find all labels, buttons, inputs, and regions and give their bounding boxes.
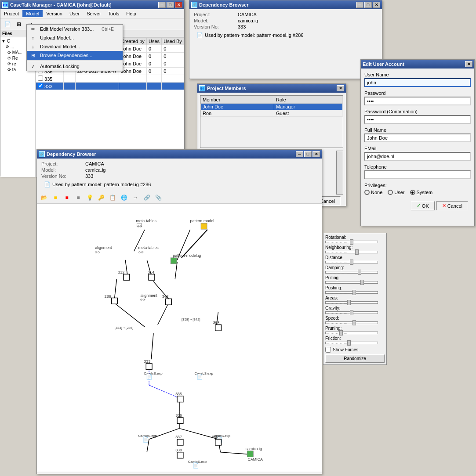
project-members-title: Project Members (207, 86, 246, 91)
gravity-label: Gravity: (325, 306, 385, 310)
graph-area[interactable]: pattern-model meta-tables ⟳⟳ alignment ⟳… (37, 204, 322, 472)
svg-rect-21 (201, 223, 207, 229)
dep-browser-1-icon: 🔗 (191, 2, 197, 8)
close-button[interactable]: ✕ (175, 2, 182, 8)
close-button[interactable]: ✕ (465, 61, 472, 67)
close-button[interactable]: ✕ (373, 2, 380, 8)
download-icon: ↓ (29, 43, 36, 50)
dep-browser-2-controls: ─ □ ✕ (296, 151, 320, 157)
upload-model-item[interactable]: ↑ Upload Model... (27, 33, 123, 42)
project-label: Project: (41, 161, 76, 166)
main-window-controls: ─ □ ✕ (158, 2, 182, 8)
pulling-slider[interactable]: ················· (325, 281, 378, 284)
project-label: Project: (194, 12, 229, 17)
areas-slider[interactable]: ················· (325, 301, 378, 304)
model-value: camica.ig (238, 18, 258, 23)
open-btn[interactable]: 📂 (39, 193, 49, 202)
ok-button[interactable]: ✓ OK (411, 201, 435, 210)
menu-tools[interactable]: Tools (105, 10, 123, 17)
menu-help[interactable]: Help (123, 10, 140, 17)
none-radio[interactable] (364, 190, 370, 195)
system-radio[interactable] (410, 190, 415, 195)
download-model-item[interactable]: ↓ Download Model... (27, 42, 123, 51)
svg-line-3 (125, 260, 127, 275)
none-option[interactable]: None (364, 190, 382, 195)
user-radio[interactable] (388, 190, 393, 195)
minimize-button[interactable]: ─ (158, 2, 166, 8)
version-label: Version No: (194, 24, 229, 29)
used-by: 📄 Used by pattern-model: pattern-model.i… (194, 30, 378, 40)
globe-btn[interactable]: 🌐 (119, 193, 129, 202)
minimize-button[interactable]: ─ (356, 2, 363, 8)
edit-model-label: Edit Model Version 333... (40, 26, 94, 32)
neighbouring-slider[interactable]: ················· (325, 251, 378, 253)
svg-rect-48 (146, 364, 152, 370)
show-forces-checkbox[interactable] (325, 347, 331, 353)
model-label: Model: (41, 167, 76, 173)
close-button[interactable]: ✕ (312, 151, 320, 157)
password-input[interactable] (364, 97, 471, 105)
fullname-input[interactable] (364, 133, 471, 142)
email-input[interactable] (364, 152, 471, 161)
rotational-slider[interactable]: ················· (325, 241, 378, 243)
randomize-button[interactable]: Randomize (325, 354, 385, 363)
password-confirm-input[interactable] (364, 115, 471, 124)
gravity-slider[interactable]: ················· (325, 311, 378, 314)
svg-rect-54 (177, 396, 183, 402)
svg-text:286: 286 (105, 294, 111, 299)
maximize-button[interactable]: □ (364, 2, 372, 8)
speed-row: Speed: ················· (325, 316, 385, 324)
edit-model-item[interactable]: ✏ Edit Model Version 333... Ctrl+E (27, 25, 123, 33)
menu-model[interactable]: Model (22, 10, 43, 17)
friction-slider[interactable]: ················· (325, 342, 378, 344)
menu-project[interactable]: Project (0, 10, 22, 17)
close-button[interactable]: ✕ (337, 85, 344, 91)
user-option[interactable]: User (388, 190, 404, 195)
damping-slider[interactable]: ················· (325, 271, 378, 274)
telephone-label: Telephone (364, 164, 471, 169)
model-label: Model: (194, 18, 229, 23)
rotational-label: Rotational: (325, 235, 385, 240)
friction-row: Friction: ················· (325, 336, 385, 344)
arrow-right-btn[interactable]: → (130, 193, 141, 202)
username-input[interactable] (364, 78, 471, 87)
copy-btn[interactable]: 📋 (107, 193, 118, 202)
table-row[interactable]: 335 (36, 75, 184, 83)
yellow-btn[interactable]: ■ (50, 193, 61, 202)
pruning-slider[interactable]: ················· (325, 332, 378, 334)
distance-slider[interactable]: ················· (325, 261, 378, 263)
maximize-button[interactable]: □ (304, 151, 312, 157)
menu-user[interactable]: User (66, 10, 83, 17)
browse-dep-item[interactable]: ⊞ Browse Dependencies... (27, 51, 123, 60)
svg-text:pattern-model: pattern-model (190, 219, 214, 223)
gray-btn[interactable]: ■ (73, 193, 84, 202)
auto-lock-item[interactable]: ✓ Automatic Locking (27, 62, 123, 71)
svg-line-13 (149, 385, 179, 398)
new-button[interactable]: 📄 (2, 19, 13, 29)
key-btn[interactable]: 🔑 (96, 193, 106, 202)
link-btn[interactable]: 🔗 (142, 193, 152, 202)
red-btn[interactable]: ■ (62, 193, 72, 202)
browse-dep-label: Browse Dependencies... (40, 53, 92, 58)
svg-text:[333]→[286]: [333]→[286] (114, 326, 133, 330)
minimize-button[interactable]: ─ (296, 151, 303, 157)
members-table-wrap: Member Role John DoeManager RonGuest (200, 95, 343, 148)
table-row[interactable]: John DoeManager (201, 104, 343, 110)
svg-text:meta-tables: meta-tables (136, 219, 157, 223)
telephone-input[interactable] (364, 170, 471, 179)
table-row[interactable]: 333 (36, 83, 184, 90)
light-btn[interactable]: 💡 (84, 193, 95, 202)
cancel-button[interactable]: ✕ Cancel (436, 201, 468, 210)
speed-slider[interactable]: ················· (325, 321, 378, 324)
main-menubar: Project Model Version User Server Tools … (0, 9, 184, 18)
grid-button[interactable]: ⊞ (14, 19, 24, 29)
menu-server[interactable]: Server (83, 10, 104, 17)
paperclip-btn[interactable]: 📎 (153, 193, 164, 202)
menu-version[interactable]: Version (43, 10, 66, 17)
system-option[interactable]: System (410, 190, 433, 195)
table-row[interactable]: RonGuest (201, 110, 343, 117)
maximize-button[interactable]: □ (167, 2, 174, 8)
col-uses: Uses (147, 38, 162, 45)
used-by-text: Used by pattern-model: pattern-model.ig … (52, 182, 151, 187)
pushing-slider[interactable]: ················· (325, 291, 378, 294)
